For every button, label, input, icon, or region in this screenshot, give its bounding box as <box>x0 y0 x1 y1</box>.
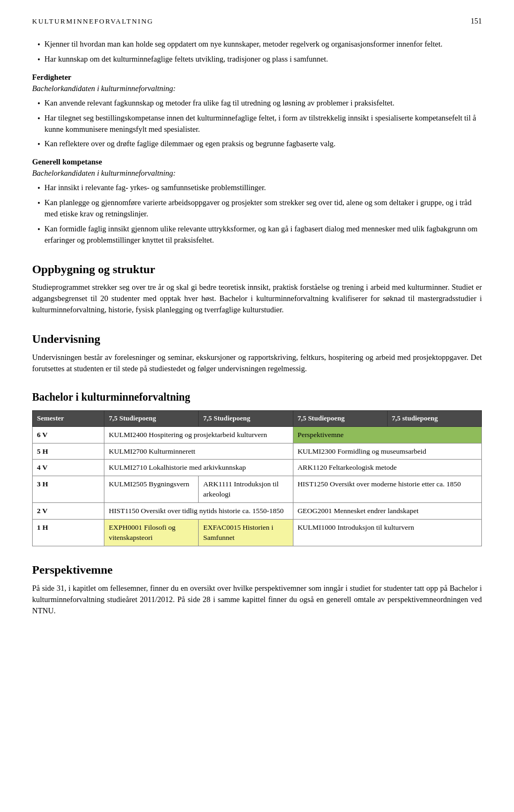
oppbygning-text: Studieprogrammet strekker seg over tre å… <box>32 282 482 315</box>
sem-3h: 3 H <box>33 476 104 502</box>
table-row: 4 V KULMI2710 Lokalhistorie med arkivkun… <box>33 460 482 476</box>
generell-label: Generell kompetanse <box>32 156 482 168</box>
undervisning-section: Undervisning Undervisningen består av fo… <box>32 330 482 374</box>
perspektivemne-section: Perspektivemne På side 31, i kapitlet om… <box>32 561 482 616</box>
table-row: 3 H KULMI2505 Bygningsvern ARK1111 Intro… <box>33 476 482 502</box>
cell-4v-2: ARK1120 Feltarkeologisk metode <box>293 460 481 476</box>
list-item: • Har kunnskap om det kulturminnefaglige… <box>32 54 482 65</box>
generell-bullet-1: Har innsikt i relevante fag- yrkes- og s… <box>44 182 266 193</box>
cell-3h-1: KULMI2505 Bygningsvern <box>104 476 199 502</box>
page-number: 151 <box>471 16 482 27</box>
cell-3h-2: ARK1111 Introduksjon til arkeologi <box>199 476 293 502</box>
sem-6v: 6 V <box>33 427 104 443</box>
cell-3h-3: HIST1250 Oversikt over moderne historie … <box>293 476 481 502</box>
sem-4v: 4 V <box>33 460 104 476</box>
list-item: • Kan reflektere over og drøfte faglige … <box>32 138 482 150</box>
cell-5h-1: KULMI2700 Kulturminnerett <box>104 443 293 460</box>
bullet-dot: • <box>37 39 40 50</box>
ferdigheter-bullet-3: Kan reflektere over og drøfte faglige di… <box>44 138 336 149</box>
undervisning-heading: Undervisning <box>32 330 482 348</box>
intro-bullet-1: Kjenner til hvordan man kan holde seg op… <box>44 39 442 50</box>
ferdigheter-bullet-2: Har tilegnet seg bestillingskompetanse i… <box>44 112 482 135</box>
bullet-dot: • <box>37 54 40 65</box>
sem-2v: 2 V <box>33 503 104 520</box>
generell-bullet-2: Kan planlegge og gjennomføre varierte ar… <box>44 197 482 220</box>
cell-5h-2: KULMI2300 Formidling og museumsarbeid <box>293 443 481 460</box>
list-item: • Kan planlegge og gjennomføre varierte … <box>32 197 482 220</box>
sem-5h: 5 H <box>33 443 104 460</box>
perspektivemne-heading: Perspektivemne <box>32 561 482 578</box>
bullet-dot: • <box>37 183 40 194</box>
curriculum-table: Semester 7,5 Studiepoeng 7,5 Studiepoeng… <box>32 410 482 546</box>
bullet-dot: • <box>37 198 40 209</box>
perspektivemne-text: På side 31, i kapitlet om fellesemner, f… <box>32 583 482 616</box>
cell-4v-1: KULMI2710 Lokalhistorie med arkivkunnska… <box>104 460 293 476</box>
list-item: • Har innsikt i relevante fag- yrkes- og… <box>32 182 482 194</box>
col-header-sp2: 7,5 Studiepoeng <box>199 411 293 427</box>
page-header: KULTURMINNEFORVALTNING 151 <box>32 16 482 27</box>
list-item: • Kan formidle faglig innsikt gjennom ul… <box>32 223 482 246</box>
ferdigheter-section: Ferdigheter Bachelorkandidaten i kulturm… <box>32 72 482 150</box>
generell-bullet-3: Kan formidle faglig innsikt gjennom ulik… <box>44 223 482 246</box>
cell-6v-2: Perspektivemne <box>293 427 481 443</box>
sem-1h: 1 H <box>33 519 104 546</box>
bullet-dot: • <box>37 139 40 150</box>
table-header-row: Semester 7,5 Studiepoeng 7,5 Studiepoeng… <box>33 411 482 427</box>
cell-2v-1: HIST1150 Oversikt over tidlig nytids his… <box>104 503 293 520</box>
table-row: 1 H EXPH0001 Filosofi og vitenskapsteori… <box>33 519 482 546</box>
cell-6v-1: KULMI2400 Hospitering og prosjektarbeid … <box>104 427 293 443</box>
col-header-sp3: 7,5 Studiepoeng <box>293 411 387 427</box>
bullet-dot: • <box>37 98 40 109</box>
table-row: 2 V HIST1150 Oversikt over tidlig nytids… <box>33 503 482 520</box>
undervisning-text: Undervisningen består av forelesninger o… <box>32 352 482 374</box>
table-section: Bachelor i kulturminneforvaltning Semest… <box>32 389 482 546</box>
list-item: • Har tilegnet seg bestillingskompetanse… <box>32 112 482 135</box>
col-header-semester: Semester <box>33 411 104 427</box>
list-item: • Kjenner til hvordan man kan holde seg … <box>32 39 482 50</box>
col-header-sp1: 7,5 Studiepoeng <box>104 411 199 427</box>
bullet-dot: • <box>37 113 40 124</box>
cell-2v-2: GEOG2001 Mennesket endrer landskapet <box>293 503 481 520</box>
ferdigheter-italic: Bachelorkandidaten i kulturminneforvaltn… <box>32 83 482 94</box>
intro-bullet-2: Har kunnskap om det kulturminnefaglige f… <box>44 54 328 65</box>
table-title: Bachelor i kulturminneforvaltning <box>32 389 482 405</box>
bullet-dot: • <box>37 224 40 235</box>
page-title: KULTURMINNEFORVALTNING <box>32 17 154 27</box>
cell-1h-1: EXPH0001 Filosofi og vitenskapsteori <box>104 519 199 546</box>
table-row: 5 H KULMI2700 Kulturminnerett KULMI2300 … <box>33 443 482 460</box>
oppbygning-heading: Oppbygning og struktur <box>32 261 482 278</box>
intro-bullets: • Kjenner til hvordan man kan holde seg … <box>32 39 482 65</box>
cell-1h-3: KULMI1000 Introduksjon til kulturvern <box>293 519 481 546</box>
ferdigheter-bullet-1: Kan anvende relevant fagkunnskap og meto… <box>44 97 395 109</box>
generell-section: Generell kompetanse Bachelorkandidaten i… <box>32 156 482 245</box>
oppbygning-section: Oppbygning og struktur Studieprogrammet … <box>32 261 482 316</box>
generell-italic: Bachelorkandidaten i kulturminneforvaltn… <box>32 168 482 179</box>
table-row: 6 V KULMI2400 Hospitering og prosjektarb… <box>33 427 482 443</box>
list-item: • Kan anvende relevant fagkunnskap og me… <box>32 97 482 109</box>
ferdigheter-label: Ferdigheter <box>32 72 482 83</box>
col-header-sp4: 7,5 studiepoeng <box>387 411 481 427</box>
cell-1h-2: EXFAC0015 Historien i Samfunnet <box>199 519 293 546</box>
